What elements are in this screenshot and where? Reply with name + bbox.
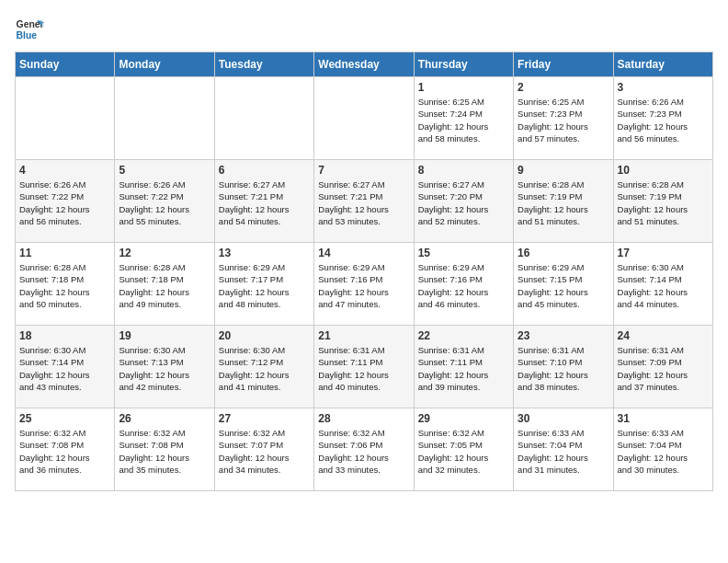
day-detail: Sunrise: 6:33 AM Sunset: 7:04 PM Dayligh…: [518, 427, 609, 476]
day-detail: Sunrise: 6:32 AM Sunset: 7:07 PM Dayligh…: [219, 427, 310, 476]
day-detail: Sunrise: 6:33 AM Sunset: 7:04 PM Dayligh…: [618, 427, 709, 476]
day-detail: Sunrise: 6:25 AM Sunset: 7:24 PM Dayligh…: [418, 96, 509, 144]
calendar-cell: 17Sunrise: 6:30 AM Sunset: 7:14 PM Dayli…: [613, 243, 712, 326]
day-detail: Sunrise: 6:26 AM Sunset: 7:22 PM Dayligh…: [19, 178, 110, 227]
col-header-saturday: Saturday: [613, 52, 712, 77]
calendar-cell: 7Sunrise: 6:27 AM Sunset: 7:21 PM Daylig…: [314, 160, 414, 243]
calendar-cell: 16Sunrise: 6:29 AM Sunset: 7:15 PM Dayli…: [514, 243, 613, 326]
day-detail: Sunrise: 6:29 AM Sunset: 7:16 PM Dayligh…: [418, 261, 509, 310]
day-detail: Sunrise: 6:26 AM Sunset: 7:23 PM Dayligh…: [618, 96, 709, 144]
calendar-cell: 30Sunrise: 6:33 AM Sunset: 7:04 PM Dayli…: [514, 408, 613, 491]
calendar-cell: 29Sunrise: 6:32 AM Sunset: 7:05 PM Dayli…: [414, 408, 513, 491]
day-number: 17: [618, 247, 709, 259]
page-header: General Blue: [15, 15, 713, 44]
day-number: 16: [518, 247, 609, 259]
day-number: 3: [618, 81, 709, 94]
day-detail: Sunrise: 6:31 AM Sunset: 7:09 PM Dayligh…: [618, 344, 709, 393]
calendar-cell: 4Sunrise: 6:26 AM Sunset: 7:22 PM Daylig…: [16, 160, 115, 243]
calendar-cell: [314, 77, 414, 160]
day-number: 22: [418, 329, 509, 342]
day-detail: Sunrise: 6:30 AM Sunset: 7:14 PM Dayligh…: [618, 261, 709, 310]
day-number: 24: [618, 329, 709, 342]
day-detail: Sunrise: 6:25 AM Sunset: 7:23 PM Dayligh…: [518, 96, 609, 144]
calendar-cell: 6Sunrise: 6:27 AM Sunset: 7:21 PM Daylig…: [214, 160, 313, 243]
day-detail: Sunrise: 6:27 AM Sunset: 7:21 PM Dayligh…: [219, 178, 310, 227]
calendar-cell: 10Sunrise: 6:28 AM Sunset: 7:19 PM Dayli…: [613, 160, 712, 243]
calendar-cell: 26Sunrise: 6:32 AM Sunset: 7:08 PM Dayli…: [115, 408, 214, 491]
calendar-cell: 19Sunrise: 6:30 AM Sunset: 7:13 PM Dayli…: [115, 326, 214, 408]
day-detail: Sunrise: 6:32 AM Sunset: 7:06 PM Dayligh…: [318, 427, 409, 476]
day-detail: Sunrise: 6:28 AM Sunset: 7:19 PM Dayligh…: [518, 178, 609, 227]
calendar-cell: 18Sunrise: 6:30 AM Sunset: 7:14 PM Dayli…: [16, 326, 115, 408]
day-detail: Sunrise: 6:28 AM Sunset: 7:18 PM Dayligh…: [19, 261, 110, 310]
week-row-2: 4Sunrise: 6:26 AM Sunset: 7:22 PM Daylig…: [16, 160, 713, 243]
day-detail: Sunrise: 6:31 AM Sunset: 7:11 PM Dayligh…: [318, 344, 409, 393]
day-number: 1: [418, 81, 509, 94]
day-detail: Sunrise: 6:27 AM Sunset: 7:21 PM Dayligh…: [318, 178, 409, 227]
week-row-3: 11Sunrise: 6:28 AM Sunset: 7:18 PM Dayli…: [16, 243, 713, 326]
calendar-cell: 14Sunrise: 6:29 AM Sunset: 7:16 PM Dayli…: [314, 243, 414, 326]
calendar-cell: 24Sunrise: 6:31 AM Sunset: 7:09 PM Dayli…: [613, 326, 712, 408]
day-number: 13: [219, 247, 310, 259]
day-number: 30: [518, 412, 609, 425]
day-detail: Sunrise: 6:30 AM Sunset: 7:14 PM Dayligh…: [19, 344, 110, 393]
day-detail: Sunrise: 6:31 AM Sunset: 7:10 PM Dayligh…: [518, 344, 609, 393]
day-number: 15: [418, 247, 509, 259]
day-number: 26: [119, 412, 210, 425]
day-detail: Sunrise: 6:29 AM Sunset: 7:15 PM Dayligh…: [518, 261, 609, 310]
day-detail: Sunrise: 6:30 AM Sunset: 7:13 PM Dayligh…: [119, 344, 210, 393]
day-detail: Sunrise: 6:30 AM Sunset: 7:12 PM Dayligh…: [219, 344, 310, 393]
day-detail: Sunrise: 6:32 AM Sunset: 7:05 PM Dayligh…: [418, 427, 509, 476]
calendar-cell: 9Sunrise: 6:28 AM Sunset: 7:19 PM Daylig…: [514, 160, 613, 243]
col-header-friday: Friday: [514, 52, 613, 77]
day-detail: Sunrise: 6:28 AM Sunset: 7:18 PM Dayligh…: [119, 261, 210, 310]
day-number: 19: [119, 329, 210, 342]
svg-text:Blue: Blue: [17, 30, 38, 40]
day-number: 21: [318, 329, 409, 342]
calendar-cell: [115, 77, 214, 160]
day-detail: Sunrise: 6:28 AM Sunset: 7:19 PM Dayligh…: [618, 178, 709, 227]
day-number: 27: [219, 412, 310, 425]
week-row-4: 18Sunrise: 6:30 AM Sunset: 7:14 PM Dayli…: [16, 326, 713, 408]
col-header-monday: Monday: [115, 52, 214, 77]
day-number: 12: [119, 247, 210, 259]
day-number: 7: [318, 164, 409, 177]
calendar-cell: 20Sunrise: 6:30 AM Sunset: 7:12 PM Dayli…: [214, 326, 313, 408]
calendar-cell: [214, 77, 313, 160]
calendar-cell: 8Sunrise: 6:27 AM Sunset: 7:20 PM Daylig…: [414, 160, 513, 243]
col-header-tuesday: Tuesday: [214, 52, 313, 77]
calendar-cell: 11Sunrise: 6:28 AM Sunset: 7:18 PM Dayli…: [16, 243, 115, 326]
calendar-cell: 21Sunrise: 6:31 AM Sunset: 7:11 PM Dayli…: [314, 326, 414, 408]
col-header-wednesday: Wednesday: [314, 52, 414, 77]
day-detail: Sunrise: 6:32 AM Sunset: 7:08 PM Dayligh…: [119, 427, 210, 476]
col-header-thursday: Thursday: [414, 52, 513, 77]
day-number: 4: [19, 164, 110, 177]
calendar-table: SundayMondayTuesdayWednesdayThursdayFrid…: [15, 52, 713, 491]
calendar-cell: 25Sunrise: 6:32 AM Sunset: 7:08 PM Dayli…: [16, 408, 115, 491]
day-number: 29: [418, 412, 509, 425]
day-detail: Sunrise: 6:32 AM Sunset: 7:08 PM Dayligh…: [19, 427, 110, 476]
day-number: 18: [19, 329, 110, 342]
calendar-cell: 12Sunrise: 6:28 AM Sunset: 7:18 PM Dayli…: [115, 243, 214, 326]
logo: General Blue: [15, 15, 44, 44]
day-detail: Sunrise: 6:31 AM Sunset: 7:11 PM Dayligh…: [418, 344, 509, 393]
day-number: 2: [518, 81, 609, 94]
calendar-cell: 28Sunrise: 6:32 AM Sunset: 7:06 PM Dayli…: [314, 408, 414, 491]
calendar-cell: 13Sunrise: 6:29 AM Sunset: 7:17 PM Dayli…: [214, 243, 313, 326]
day-number: 11: [19, 247, 110, 259]
day-detail: Sunrise: 6:26 AM Sunset: 7:22 PM Dayligh…: [119, 178, 210, 227]
calendar-cell: 5Sunrise: 6:26 AM Sunset: 7:22 PM Daylig…: [115, 160, 214, 243]
header-row: SundayMondayTuesdayWednesdayThursdayFrid…: [16, 52, 713, 77]
week-row-1: 1Sunrise: 6:25 AM Sunset: 7:24 PM Daylig…: [16, 77, 713, 160]
col-header-sunday: Sunday: [16, 52, 115, 77]
calendar-cell: [16, 77, 115, 160]
day-number: 25: [19, 412, 110, 425]
calendar-cell: 3Sunrise: 6:26 AM Sunset: 7:23 PM Daylig…: [613, 77, 712, 160]
calendar-cell: 31Sunrise: 6:33 AM Sunset: 7:04 PM Dayli…: [613, 408, 712, 491]
calendar-cell: 23Sunrise: 6:31 AM Sunset: 7:10 PM Dayli…: [514, 326, 613, 408]
day-number: 28: [318, 412, 409, 425]
day-number: 10: [618, 164, 709, 177]
day-number: 5: [119, 164, 210, 177]
day-number: 9: [518, 164, 609, 177]
day-number: 6: [219, 164, 310, 177]
